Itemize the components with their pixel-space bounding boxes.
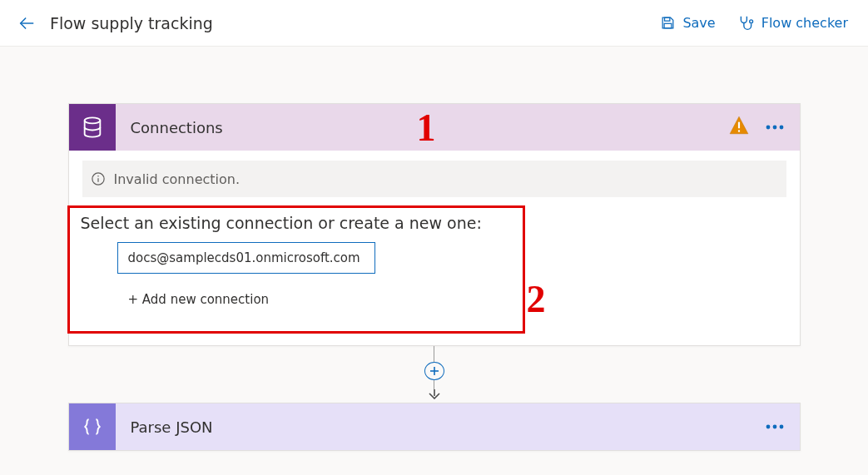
info-icon: [91, 171, 106, 186]
back-button[interactable]: [10, 7, 43, 40]
flow-checker-label: Flow checker: [761, 15, 848, 31]
svg-point-4: [84, 117, 100, 123]
add-step-button[interactable]: [424, 362, 444, 380]
connections-title: Connections: [131, 119, 728, 136]
plus-icon: [429, 366, 439, 376]
stethoscope-icon: [737, 14, 755, 32]
svg-point-17: [766, 425, 770, 429]
connections-header[interactable]: Connections: [69, 104, 800, 151]
svg-point-3: [749, 20, 752, 23]
svg-point-8: [766, 126, 770, 130]
ellipsis-icon: [766, 125, 784, 130]
ellipsis-icon: [766, 424, 784, 429]
svg-rect-7: [737, 130, 739, 131]
connections-card: Connections: [68, 103, 801, 346]
connection-option-existing[interactable]: docs@samplecds01.onmicrosoft.com: [117, 242, 375, 274]
flow-connector: [424, 346, 444, 403]
designer-canvas: Connections: [0, 47, 868, 451]
svg-point-18: [772, 425, 776, 429]
connections-more-button[interactable]: [761, 114, 788, 141]
parse-json-title: Parse JSON: [131, 418, 761, 436]
save-label: Save: [682, 15, 715, 31]
svg-point-13: [97, 176, 99, 177]
svg-rect-2: [665, 23, 672, 28]
braces-icon: [82, 416, 103, 438]
svg-point-10: [779, 126, 783, 130]
parse-json-card: Parse JSON: [68, 403, 801, 451]
save-icon: [660, 15, 676, 31]
page-title: Flow supply tracking: [50, 14, 213, 32]
invalid-connection-banner: Invalid connection.: [82, 161, 786, 197]
flow-checker-button[interactable]: Flow checker: [737, 14, 848, 32]
database-icon: [81, 116, 104, 139]
svg-rect-1: [665, 17, 670, 21]
warning-icon: [728, 115, 750, 140]
parse-json-icon-tile: [69, 403, 116, 450]
arrow-left-icon: [17, 14, 36, 32]
connections-icon-tile: [69, 104, 116, 151]
top-bar: Flow supply tracking Save Flow checker: [0, 0, 868, 47]
select-connection-prompt: Select an existing connection or create …: [81, 214, 788, 232]
arrow-down-icon: [428, 387, 441, 403]
svg-point-19: [779, 425, 783, 429]
save-button[interactable]: Save: [660, 15, 715, 31]
parse-json-header[interactable]: Parse JSON: [69, 403, 800, 450]
parse-json-more-button[interactable]: [761, 413, 788, 440]
svg-point-9: [772, 126, 776, 130]
connection-option-add-new[interactable]: + Add new connection: [117, 284, 375, 315]
banner-text: Invalid connection.: [114, 171, 241, 187]
svg-rect-6: [737, 122, 739, 129]
connections-body: Select an existing connection or create …: [69, 207, 800, 345]
